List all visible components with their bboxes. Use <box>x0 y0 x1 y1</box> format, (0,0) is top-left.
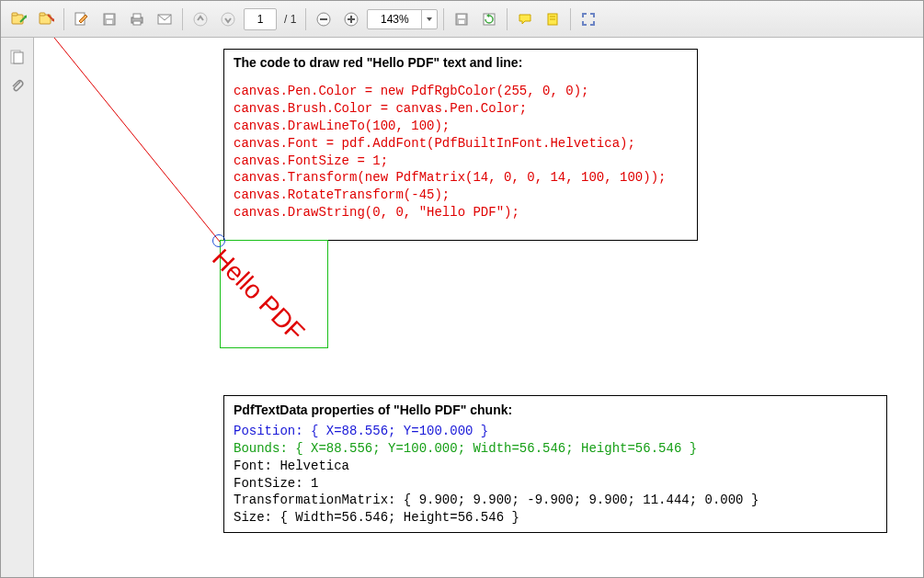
separator <box>63 8 64 30</box>
save-file-button[interactable] <box>34 7 58 31</box>
refresh-button[interactable] <box>477 7 501 31</box>
svg-point-12 <box>194 13 207 26</box>
zoom-in-button[interactable] <box>339 7 363 31</box>
email-button[interactable] <box>153 7 177 31</box>
svg-rect-15 <box>320 18 327 20</box>
property-size: Size: { Width=56.546; Height=56.546 } <box>234 509 877 527</box>
separator <box>182 8 183 30</box>
property-bounds: Bounds: { X=88.556; Y=100.000; Width=56.… <box>234 440 877 458</box>
page-total-label: / 1 <box>280 13 300 26</box>
code-box: The code to draw red "Hello PDF" text an… <box>223 49 698 241</box>
page-number-input[interactable] <box>244 8 277 30</box>
svg-rect-9 <box>133 14 141 18</box>
print-button[interactable] <box>125 7 149 31</box>
separator <box>443 8 444 30</box>
comment-button[interactable] <box>513 7 537 31</box>
properties-box: PdfTextData properties of "Hello PDF" ch… <box>223 395 887 533</box>
pdf-viewer-window: / 1 143% <box>0 0 924 578</box>
toolbar: / 1 143% <box>1 1 923 38</box>
property-font: Font: Helvetica <box>234 458 877 475</box>
property-transformation-matrix: TransformationMatrix: { 9.900; 9.900; -9… <box>234 492 877 509</box>
svg-rect-21 <box>459 20 464 24</box>
note-button[interactable] <box>541 7 565 31</box>
fullscreen-button[interactable] <box>576 7 600 31</box>
svg-rect-27 <box>14 52 23 63</box>
code-box-title: The code to draw red "Hello PDF" text an… <box>234 55 688 70</box>
svg-rect-20 <box>458 15 465 18</box>
property-position: Position: { X=88.556; Y=100.000 } <box>234 423 877 440</box>
svg-rect-3 <box>40 13 45 16</box>
thumbnails-panel-button[interactable] <box>7 47 28 67</box>
zoom-dropdown-icon[interactable] <box>421 10 437 28</box>
svg-rect-7 <box>107 20 112 24</box>
attachments-panel-button[interactable] <box>7 76 28 96</box>
save-button[interactable] <box>97 7 121 31</box>
property-fontsize: FontSize: 1 <box>234 475 877 493</box>
svg-rect-1 <box>12 13 17 16</box>
sidebar <box>1 38 34 577</box>
edit-button[interactable] <box>70 7 94 31</box>
svg-line-28 <box>54 38 220 242</box>
next-page-button[interactable] <box>216 7 240 31</box>
svg-rect-6 <box>106 15 113 18</box>
svg-rect-10 <box>133 21 141 25</box>
properties-box-title: PdfTextData properties of "Hello PDF" ch… <box>234 402 877 419</box>
separator <box>570 8 571 30</box>
zoom-value: 143% <box>368 13 421 26</box>
zoom-select[interactable]: 143% <box>367 9 438 29</box>
document-area[interactable]: The code to draw red "Hello PDF" text an… <box>34 38 923 577</box>
code-snippet: canvas.Pen.Color = new PdfRgbColor(255, … <box>234 83 688 221</box>
position-marker-icon <box>212 234 225 247</box>
body: The code to draw red "Hello PDF" text an… <box>1 38 923 577</box>
separator <box>507 8 508 30</box>
zoom-out-button[interactable] <box>312 7 336 31</box>
open-file-button[interactable] <box>6 7 30 31</box>
svg-rect-18 <box>350 16 352 23</box>
separator <box>305 8 306 30</box>
save-copy-button[interactable] <box>450 7 473 31</box>
svg-point-13 <box>222 13 234 26</box>
previous-page-button[interactable] <box>188 7 212 31</box>
